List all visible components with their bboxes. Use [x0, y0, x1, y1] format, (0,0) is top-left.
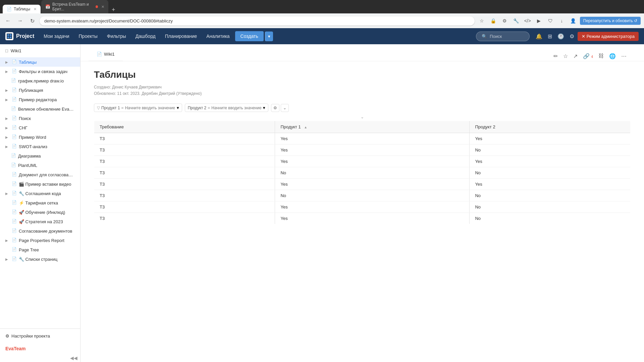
requirements-table: Требование Продукт 1 ▲ Продукт 2 — [94, 121, 631, 224]
sidebar-item-tarifnaya[interactable]: 📄 ⚡ Тарифная сетка — [0, 198, 80, 207]
extension-btn6[interactable]: 🛡 — [546, 16, 555, 25]
refresh-btn[interactable]: ↻ — [28, 16, 37, 25]
profile-btn[interactable]: 👤 — [569, 16, 578, 25]
filter-input-prod2[interactable] — [211, 106, 262, 110]
admin-mode-btn[interactable]: ✕ Режим администратора — [578, 32, 639, 41]
filter-settings-btn[interactable]: ⚙ — [271, 104, 279, 112]
edit-btn[interactable]: ✏ — [552, 52, 559, 61]
sidebar-item-video[interactable]: 📄 🎬 Пример вставки видео — [0, 179, 80, 189]
sidebar-item-spiski[interactable]: ▶ 📄 🔧 Списки страниц — [0, 254, 80, 264]
breadcrumb-text[interactable]: Wiki1 — [104, 52, 115, 57]
filter-group-prod2[interactable]: Продукт 2 = ▾ — [185, 104, 269, 112]
cell-req-3: Т3 — [94, 167, 275, 179]
create-btn[interactable]: Создать — [235, 31, 264, 41]
settings-btn[interactable]: ⚙ — [568, 31, 576, 42]
filter-input-prod1[interactable] — [125, 106, 175, 110]
tab-close-btn[interactable]: ✕ — [34, 7, 37, 11]
link-btn[interactable]: ⛓ — [597, 52, 605, 60]
sidebar-label-sng: СНГ — [19, 125, 75, 130]
sidebar-settings-btn[interactable]: ⚙ Настройки проекта — [0, 331, 80, 341]
sidebar-label-word: Пример Word — [19, 135, 75, 140]
extension-btn2[interactable]: ⚙ — [500, 16, 509, 25]
sidebar-item-page-properties-report[interactable]: ▶ 📄 Page Properties Report — [0, 236, 80, 245]
bookmark-btn[interactable]: ☆ — [477, 16, 487, 25]
sidebar-wiki-header[interactable]: □ Wiki1 — [0, 44, 80, 57]
sidebar-item-poisk[interactable]: ▶ 📄 Поиск — [0, 114, 80, 123]
sidebar-item-grafik[interactable]: 📄 график.пример draw.io — [0, 76, 80, 85]
extension-btn4[interactable]: </> — [523, 16, 532, 25]
notifications-btn[interactable]: 🔔 — [534, 31, 544, 42]
nav-filters[interactable]: Фильтры — [103, 32, 130, 41]
cell-req-1: Т3 — [94, 144, 275, 156]
address-input[interactable] — [40, 16, 475, 25]
tab-close-btn-2[interactable]: ✕ — [101, 5, 104, 9]
nav-dashboard[interactable]: Дашборд — [131, 32, 160, 41]
cell-req-4: Т3 — [94, 179, 275, 190]
tab-tablicy[interactable]: 📄 Таблицы ✕ — [3, 5, 41, 13]
sidebar-item-soglasheniya[interactable]: ▶ 📄 🔧 Соглашения кода — [0, 189, 80, 198]
sidebar-item-diagramma[interactable]: 📄 Диаграмма — [0, 151, 80, 161]
sidebar-item-page-tree[interactable]: 📄 Page Tree — [0, 245, 80, 254]
extension-btn1[interactable]: 🔒 — [489, 16, 498, 25]
sidebar-label-soglasovanie: Документ для согласования — [19, 172, 75, 177]
table-row: Т3 Yes Yes — [94, 179, 631, 190]
col-header-prod2: Продукт 2 — [470, 121, 631, 133]
extension-btn5[interactable]: ▶ — [534, 16, 544, 25]
sidebar-item-pub[interactable]: ▶ 📄 Публикация — [0, 85, 80, 95]
more-btn[interactable]: ⋯ — [620, 52, 628, 61]
clock-btn[interactable]: 🕐 — [555, 31, 566, 42]
nav-analytics[interactable]: Аналитика — [202, 32, 233, 41]
header-actions: ✏ ☆ ↗ 🔗 4 ⛓ 🌐 ⋯ — [544, 48, 636, 61]
tab-label-2: Встреча EvaTeam и Брит... — [52, 2, 93, 11]
svg-rect-3 — [7, 37, 9, 38]
tab-icon-2: 📅 — [45, 4, 50, 9]
page-created: Создано: Денис Кучаев Дмитриевич — [94, 84, 631, 90]
restart-btn[interactable]: Перезапустить и обновить ↺ — [580, 17, 641, 25]
share-btn[interactable]: ↗ — [572, 52, 579, 61]
sidebar-label-primer: Пример редактора — [19, 97, 75, 102]
sidebar-item-soglasovanie-doc[interactable]: 📄 Согласование документов — [0, 226, 80, 236]
nav-planning[interactable]: Планирование — [161, 32, 201, 41]
sidebar-item-obuchenie[interactable]: 📄 🚀 Обучение (Инклюд) — [0, 207, 80, 217]
expand-arrow-tablicy: ▶ — [5, 60, 9, 64]
page-meta: Создано: Денис Кучаев Дмитриевич Обновле… — [94, 84, 631, 97]
filter-group-prod1[interactable]: ▽ Продукт 1 = ▾ — [94, 104, 182, 112]
extension-btn3[interactable]: 🔧 — [512, 16, 521, 25]
doc-icon-tarifnaya: 📄 — [11, 200, 17, 205]
cell-prod1-3: No — [275, 167, 470, 179]
sort-prod1[interactable]: ▲ — [304, 125, 307, 129]
nav-search[interactable]: 🔍 Поиск — [476, 32, 530, 41]
filter-eq-prod2: = — [208, 106, 210, 110]
sidebar-item-plantuml[interactable]: 📄 PlantUML — [0, 161, 80, 170]
sidebar-item-doc-soglasovanie[interactable]: 📄 Документ для согласования — [0, 170, 80, 179]
new-tab-btn[interactable]: + — [109, 6, 118, 13]
sidebar-item-word[interactable]: ▶ 📄 Пример Word — [0, 132, 80, 142]
doc-icon-primer: 📄 — [11, 97, 17, 102]
doc-icon-soglasheniya: 📄 — [11, 191, 17, 196]
nav-my-tasks[interactable]: Мои задачи — [40, 32, 73, 41]
back-btn[interactable]: ← — [3, 16, 13, 25]
forward-btn[interactable]: → — [15, 16, 25, 25]
sidebar-item-velikoe[interactable]: 📄 Великое обновление EvaP... — [0, 104, 80, 114]
table-row: Т3 Yes Yes — [94, 133, 631, 144]
sidebar-item-swot[interactable]: ▶ 📄 SWOT-анализ — [0, 142, 80, 151]
globe-btn[interactable]: 🌐 — [608, 52, 617, 61]
extension-btn7[interactable]: ↓ — [557, 16, 567, 25]
star-btn[interactable]: ☆ — [562, 52, 569, 61]
sidebar-collapse-btn[interactable]: ◀◀ — [70, 355, 77, 361]
page-title: Таблицы — [94, 69, 631, 80]
nav-projects[interactable]: Проекты — [75, 32, 102, 41]
filter-sort-btn[interactable]: ⌄ — [281, 104, 289, 112]
attachments-btn[interactable]: 🔗 4 — [582, 52, 594, 61]
cell-prod2-5: No — [470, 190, 631, 201]
sidebar-item-sng[interactable]: ▶ 📄 СНГ — [0, 123, 80, 132]
expand-arrow-filtry: ▶ — [5, 70, 9, 73]
grid-btn[interactable]: ⊞ — [546, 31, 554, 42]
tab-meeting[interactable]: 📅 Встреча EvaTeam и Брит... ✕ — [41, 0, 108, 13]
create-dropdown-btn[interactable]: ▾ — [265, 32, 273, 41]
sidebar-item-primer[interactable]: ▶ 📄 Пример редактора — [0, 95, 80, 104]
cell-prod2-0: Yes — [470, 133, 631, 144]
sidebar-item-tablicy[interactable]: ▶ 📄 Таблицы — [0, 57, 80, 67]
sidebar-item-strategiya[interactable]: 📄 🚀 Стратегия на 2023 — [0, 217, 80, 226]
sidebar-item-filtry[interactable]: ▶ 📄 Фильтры и связка задач — [0, 67, 80, 76]
